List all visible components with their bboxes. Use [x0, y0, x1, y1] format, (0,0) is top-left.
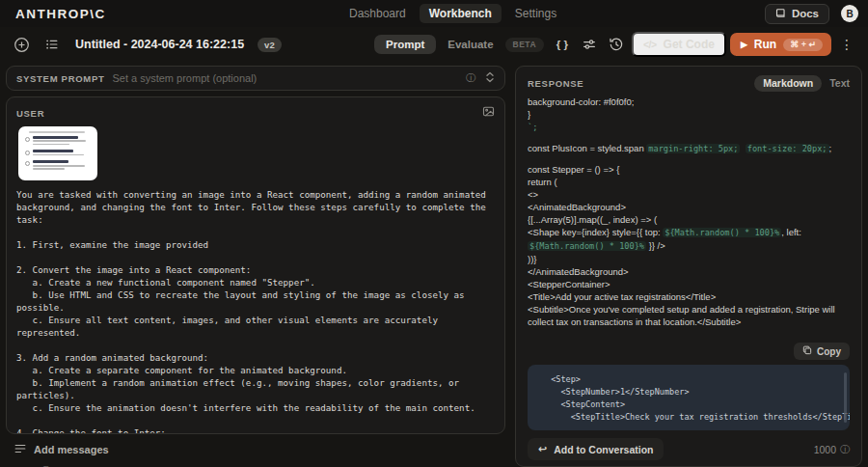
plus-circle-icon — [14, 37, 30, 53]
add-messages-button[interactable]: Add messages — [14, 442, 505, 457]
anthropic-logo: ANTHROP\C — [15, 7, 106, 21]
variables-button[interactable]: { } — [551, 33, 574, 56]
prompt-title[interactable]: Untitled - 2024-06-24 16:22:15 — [75, 38, 244, 51]
user-label: USER — [16, 108, 44, 119]
model-settings-button[interactable] — [578, 33, 601, 56]
new-prompt-button[interactable] — [10, 33, 33, 56]
output-token-info-icon[interactable]: ⓘ — [840, 443, 850, 456]
nav-item-settings[interactable]: Settings — [505, 4, 566, 23]
return-arrow-icon: ↩ — [538, 443, 547, 455]
user-message-text[interactable]: You are tasked with converting an image … — [16, 188, 495, 434]
run-label: Run — [754, 38, 776, 51]
avatar[interactable]: B — [841, 5, 858, 22]
workbench-app: ANTHROP\C Dashboard Workbench Settings D… — [0, 0, 868, 467]
beta-badge: BETA — [505, 38, 545, 52]
left-column: SYSTEM PROMPT Set a system prompt (optio… — [6, 66, 505, 467]
add-to-conversation-label: Add to Conversation — [554, 444, 653, 455]
copy-label: Copy — [817, 346, 841, 357]
nav-item-dashboard[interactable]: Dashboard — [339, 4, 416, 23]
run-button[interactable]: ▶ Run ⌘ + ↵ — [730, 33, 831, 56]
toolbar-left: Untitled - 2024-06-24 16:22:15 v2 — [10, 33, 282, 56]
add-to-conversation-button[interactable]: ↩ Add to Conversation — [528, 438, 664, 460]
docs-button[interactable]: Docs — [765, 4, 829, 24]
response-body[interactable]: background-color: #f0f0f0;}`;const PlusI… — [528, 96, 850, 341]
image-attachment-icon[interactable] — [482, 104, 495, 122]
tab-evaluate[interactable]: Evaluate — [446, 35, 495, 54]
system-prompt-label: SYSTEM PROMPT — [16, 73, 104, 84]
output-token-value: 1000 — [814, 444, 836, 455]
prompt-list-button[interactable] — [41, 33, 64, 56]
toolbar-right: { } — [551, 32, 858, 57]
history-icon — [609, 37, 624, 52]
copy-row: Copy — [528, 343, 850, 360]
response-footer: ↩ Add to Conversation 1000 ⓘ — [528, 438, 850, 460]
sliders-icon — [582, 37, 597, 52]
expand-vertical-icon[interactable] — [485, 69, 495, 87]
get-code-label: Get Code — [664, 38, 715, 51]
list-icon — [44, 37, 60, 52]
response-header: RESPONSE Markdown Text — [528, 74, 850, 92]
user-message-header: USER — [16, 105, 495, 121]
system-prompt-icons: ⓘ — [466, 69, 495, 87]
stepper-image-thumbnail[interactable] — [18, 126, 97, 180]
add-messages-icon — [14, 442, 27, 457]
book-icon — [775, 8, 786, 20]
add-messages-label: Add messages — [34, 444, 109, 455]
main-area: SYSTEM PROMPT Set a system prompt (optio… — [0, 62, 868, 467]
info-icon[interactable]: ⓘ — [466, 71, 475, 85]
history-button[interactable] — [605, 33, 628, 56]
user-message-panel[interactable]: USER You are tasked with con — [6, 96, 505, 434]
code-block-scrollbar[interactable] — [844, 372, 847, 423]
mode-tabs: Prompt Evaluate BETA — [374, 35, 544, 54]
tab-prompt[interactable]: Prompt — [374, 35, 436, 54]
response-label: RESPONSE — [528, 78, 583, 89]
main-nav: Dashboard Workbench Settings — [339, 0, 566, 27]
run-shortcut-badge: ⌘ + ↵ — [783, 39, 823, 51]
response-format-toggle: Markdown Text — [754, 75, 850, 92]
system-prompt-panel[interactable]: SYSTEM PROMPT Set a system prompt (optio… — [6, 66, 505, 91]
code-icon: </> — [643, 39, 657, 50]
response-panel: RESPONSE Markdown Text background-color:… — [515, 66, 862, 467]
copy-button[interactable]: Copy — [794, 343, 850, 360]
copy-icon — [802, 345, 812, 357]
overflow-menu-button[interactable]: ⋮ — [835, 33, 858, 56]
response-code-block[interactable]: <Step> <StepNumber>1</StepNumber> <StepC… — [528, 365, 850, 430]
system-prompt-input[interactable]: Set a system prompt (optional) — [112, 72, 458, 84]
get-code-button[interactable]: </> Get Code — [632, 32, 726, 57]
version-badge[interactable]: v2 — [258, 38, 282, 52]
nav-item-workbench[interactable]: Workbench — [420, 4, 502, 23]
play-icon: ▶ — [741, 40, 747, 49]
markdown-toggle[interactable]: Markdown — [754, 75, 822, 92]
text-toggle[interactable]: Text — [829, 77, 850, 89]
nav-right: Docs B — [765, 4, 858, 24]
toolbar: Untitled - 2024-06-24 16:22:15 v2 Prompt… — [0, 27, 868, 62]
top-nav: ANTHROP\C Dashboard Workbench Settings D… — [0, 0, 868, 27]
docs-label: Docs — [792, 8, 819, 19]
code-block-pre: <Step> <StepNumber>1</StepNumber> <StepC… — [541, 373, 838, 424]
braces-icon: { } — [556, 39, 568, 50]
kebab-icon: ⋮ — [840, 37, 854, 52]
output-token-count: 1000 ⓘ — [814, 443, 850, 456]
